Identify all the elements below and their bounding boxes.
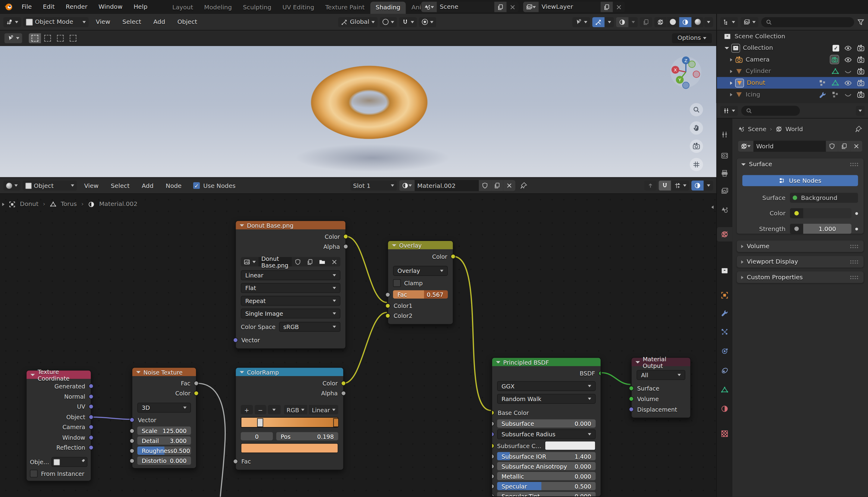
menu-file[interactable]: File: [17, 3, 37, 11]
shader-overlays-dropdown[interactable]: [704, 181, 713, 190]
image-copy-button[interactable]: [304, 257, 316, 266]
node-image-texture[interactable]: Donut Base.png Color Alpha Donut Base.pn…: [235, 221, 346, 349]
modifiers-icon[interactable]: [819, 79, 826, 87]
color-socket-button[interactable]: [790, 208, 803, 218]
surface-panel-header[interactable]: Surface: [737, 158, 864, 170]
subsurface-slider[interactable]: Subsurface0.000: [497, 419, 595, 428]
proportional-editing-dropdown[interactable]: [419, 17, 437, 27]
remove-view-layer-button[interactable]: [613, 2, 625, 12]
tab-uv-editing[interactable]: UV Editing: [277, 2, 320, 14]
material-name-field[interactable]: Material.002: [414, 180, 479, 191]
object-visibility-dropdown[interactable]: [572, 17, 590, 27]
strength-value-field[interactable]: 1.000: [803, 224, 851, 234]
socket-color2-in[interactable]: [385, 313, 390, 318]
active-tool-button[interactable]: [4, 33, 22, 43]
pin-icon[interactable]: [519, 182, 527, 189]
socket-color1-in[interactable]: [385, 303, 390, 309]
output-target-dropdown[interactable]: All: [636, 370, 685, 380]
zoom-tool-icon[interactable]: [690, 103, 703, 116]
tab-particles[interactable]: [717, 325, 732, 339]
tab-physics[interactable]: [717, 344, 732, 358]
axis-gizmo[interactable]: Z X Y: [669, 55, 703, 89]
tab-view-layer[interactable]: [717, 184, 732, 198]
socket-color-out[interactable]: [343, 234, 349, 239]
subsurface-method-dropdown[interactable]: Random Walk: [497, 394, 595, 404]
noise-detail-slider[interactable]: Detail3.000: [137, 436, 191, 445]
tab-sculpting[interactable]: Sculpting: [237, 2, 277, 14]
mesh-data-icon[interactable]: [832, 79, 839, 87]
select-subtract-button[interactable]: [54, 33, 66, 43]
copy-material-button[interactable]: [491, 180, 503, 191]
disable-in-render-toggle[interactable]: [857, 44, 865, 52]
fac-slider[interactable]: Fac0.567: [393, 290, 448, 299]
camera-data-icon[interactable]: [830, 55, 839, 64]
shader-menu-select[interactable]: Select: [106, 182, 134, 189]
socket-uv[interactable]: [89, 404, 94, 409]
tab-modeling[interactable]: Modeling: [198, 2, 237, 14]
tab-texture-paint[interactable]: Texture Paint: [320, 2, 370, 14]
fake-user-button[interactable]: [479, 180, 491, 191]
node-noise-texture[interactable]: Noise Texture Fac Color 3D Vector Scale1…: [132, 367, 196, 469]
select-new-button[interactable]: [29, 33, 41, 43]
ramp-stop-index-field[interactable]: 0: [241, 432, 273, 441]
socket-alpha-out[interactable]: [341, 391, 346, 396]
select-extend-button[interactable]: [42, 33, 54, 43]
socket-bsdf-out[interactable]: [598, 371, 601, 376]
gizmo-dropdown[interactable]: [605, 17, 614, 27]
disable-in-render-toggle[interactable]: [857, 56, 865, 63]
new-scene-button[interactable]: [495, 2, 506, 12]
image-extension-dropdown[interactable]: Repeat: [241, 296, 341, 306]
ramp-handle-active[interactable]: [258, 418, 263, 427]
socket-vector-in[interactable]: [130, 417, 135, 423]
noise-roughness-slider[interactable]: Roughness0.500: [137, 446, 191, 455]
socket-subsurface-anisotropy-in[interactable]: [491, 464, 494, 469]
metallic-slider[interactable]: Metallic0.000: [497, 472, 595, 480]
socket-specular-in[interactable]: [491, 483, 494, 488]
shading-wireframe-button[interactable]: [654, 17, 666, 27]
object-picker-field[interactable]: [51, 457, 87, 467]
properties-search-input[interactable]: [741, 105, 799, 115]
show-gizmo-toggle[interactable]: [592, 17, 604, 27]
viewport-menu-add[interactable]: Add: [148, 18, 170, 26]
tab-modifiers[interactable]: [717, 306, 732, 320]
go-to-parent-node-tree-button[interactable]: [644, 181, 657, 190]
subsurface-ior-slider[interactable]: Subsurface IOR1.400: [497, 452, 595, 460]
socket-color-out[interactable]: [194, 391, 199, 396]
outliner-filter-funnel-icon[interactable]: [857, 18, 865, 26]
view-layer-browse-button[interactable]: [523, 2, 539, 12]
socket-normal[interactable]: [89, 394, 94, 399]
use-nodes-button[interactable]: Use Nodes: [742, 175, 858, 186]
tab-render[interactable]: [717, 148, 732, 163]
tab-world[interactable]: [717, 227, 732, 242]
subsurface-radius-dropdown[interactable]: Subsurface Radius: [497, 429, 595, 439]
socket-color-out[interactable]: [341, 381, 346, 386]
tab-constraints[interactable]: [717, 364, 732, 378]
socket-detail-in[interactable]: [130, 438, 135, 443]
noise-dimensions-dropdown[interactable]: 3D: [137, 402, 191, 413]
socket-volume-in[interactable]: [629, 396, 634, 401]
socket-object[interactable]: [89, 414, 94, 420]
shader-node-editor[interactable]: Donut › Torus › Material.002 Texture Coo…: [0, 194, 717, 497]
unlink-scene-button[interactable]: [506, 2, 519, 12]
image-name-field[interactable]: Donut Base.png: [259, 257, 292, 266]
socket-camera[interactable]: [89, 425, 94, 430]
surface-shader-button[interactable]: Background: [790, 193, 858, 203]
tab-collection[interactable]: [717, 264, 732, 278]
ramp-stop-color-swatch[interactable]: [241, 443, 338, 453]
menu-render[interactable]: Render: [61, 3, 92, 11]
outliner-display-mode-dropdown[interactable]: [720, 17, 738, 27]
socket-surface-in[interactable]: [629, 385, 634, 390]
unlink-material-button[interactable]: [503, 180, 515, 191]
tab-output[interactable]: [717, 166, 732, 181]
socket-color-out[interactable]: [451, 254, 456, 259]
mesh-data-icon[interactable]: [832, 67, 839, 75]
tab-object-data[interactable]: [717, 383, 732, 397]
world-name-field[interactable]: World: [753, 141, 826, 152]
expand-icon[interactable]: [730, 70, 732, 73]
socket-fac-in[interactable]: [385, 292, 390, 297]
browse-world-button[interactable]: [738, 141, 753, 152]
world-unlink-button[interactable]: [850, 141, 862, 152]
scene-name-field[interactable]: Scene: [437, 2, 495, 12]
tab-texture[interactable]: [717, 426, 732, 441]
distribution-dropdown[interactable]: GGX: [497, 381, 595, 391]
